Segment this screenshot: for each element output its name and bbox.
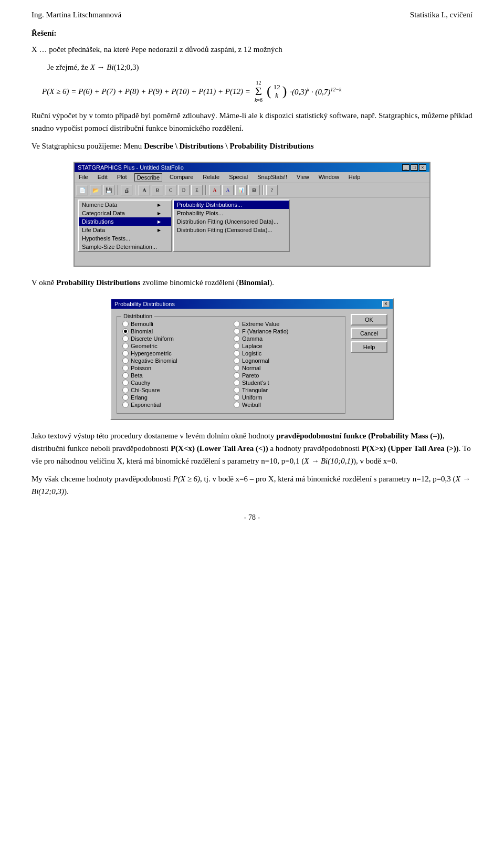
menu-compare[interactable]: Compare	[167, 173, 195, 182]
cancel-button[interactable]: Cancel	[351, 328, 387, 339]
radio-bernoulli[interactable]: Bernoulli	[122, 321, 228, 327]
toolbar-btn-c[interactable]: C	[165, 185, 176, 195]
menu-snapstats[interactable]: SnapStats!!	[255, 173, 289, 182]
menu-categorical-data[interactable]: Categorical Data▶	[79, 209, 171, 217]
toolbar-save[interactable]: 💾	[103, 185, 114, 195]
radio-uniform[interactable]: Uniform	[234, 394, 340, 401]
radio-negative-binomial[interactable]: Negative Binomial	[122, 358, 228, 364]
page-header: Ing. Martina Litschmannová Statistika I.…	[32, 11, 472, 19]
dialog-body: Distribution Bernoulli Extreme Value	[111, 309, 393, 419]
toolbar-open[interactable]: 📂	[90, 185, 101, 195]
course-title: Statistika I., cvičení	[410, 11, 472, 19]
radio-extreme-value-label: Extreme Value	[242, 321, 279, 327]
menu-probability-distributions[interactable]: Probability Distributions...	[174, 201, 289, 209]
radio-weibull[interactable]: Weibull	[234, 402, 340, 408]
toolbar-btn-e[interactable]: E	[191, 185, 203, 195]
toolbar-btn-b[interactable]: B	[152, 185, 163, 195]
menu-numeric-data[interactable]: Numeric Data▶	[79, 201, 171, 209]
menu-relate[interactable]: Relate	[201, 173, 222, 182]
author-name: Ing. Martina Litschmannová	[32, 11, 121, 19]
dialog-close-button[interactable]: ×	[382, 301, 390, 307]
toolbar-sep-1	[117, 185, 118, 195]
toolbar-btn-h[interactable]: ?	[266, 185, 278, 195]
radio-erlang[interactable]: Erlang	[122, 394, 228, 401]
radio-pareto-circle	[234, 372, 240, 379]
section-title: Řešení:	[32, 29, 472, 38]
toolbar-btn-table[interactable]: ⊞	[248, 185, 260, 195]
radio-students-t-label: Student's t	[242, 380, 269, 386]
radio-pareto-label: Pareto	[242, 372, 259, 379]
toolbar-btn-g[interactable]: A	[222, 185, 234, 195]
groupbox-legend: Distribution	[121, 313, 154, 319]
radio-laplace[interactable]: Laplace	[234, 343, 340, 349]
radio-weibull-label: Weibull	[242, 402, 261, 408]
radio-triangular[interactable]: Triangular	[234, 387, 340, 393]
toolbar: 📄 📂 💾 🖨 A B C D E A A 📊 ⊞ ?	[75, 183, 429, 197]
dialog-left-panel: Distribution Bernoulli Extreme Value	[117, 314, 345, 414]
radio-normal[interactable]: Normal	[234, 365, 340, 371]
toolbar-print[interactable]: 🖨	[121, 185, 132, 195]
menu-plot[interactable]: Plot	[115, 173, 129, 182]
radio-logistic[interactable]: Logistic	[234, 350, 340, 356]
radio-cauchy-circle	[122, 380, 129, 386]
menu-help[interactable]: Help	[346, 173, 363, 182]
maximize-button[interactable]: □	[411, 164, 418, 171]
menu-hypothesis-tests[interactable]: Hypothesis Tests...	[79, 234, 171, 243]
menu-special[interactable]: Special	[227, 173, 250, 182]
radio-pareto[interactable]: Pareto	[234, 372, 340, 379]
paragraph-4: Ve Statgraphicsu použijeme: Menu Describ…	[32, 140, 472, 152]
menu-life-data[interactable]: Life Data▶	[79, 226, 171, 234]
radio-cauchy[interactable]: Cauchy	[122, 380, 228, 386]
toolbar-btn-d[interactable]: D	[178, 185, 190, 195]
toolbar-btn-chart[interactable]: 📊	[235, 185, 247, 195]
ok-button[interactable]: OK	[351, 314, 387, 326]
describe-dropdown: Numeric Data▶ Categorical Data▶ Distribu…	[78, 200, 172, 252]
window-controls: _ □ ×	[402, 164, 426, 171]
radio-chi-square-label: Chi-Square	[131, 387, 160, 393]
radio-extreme-value[interactable]: Extreme Value	[234, 321, 340, 327]
radio-exponential[interactable]: Exponential	[122, 402, 228, 408]
radio-lognormal-circle	[234, 358, 240, 364]
toolbar-sep-2	[135, 185, 136, 195]
radio-discrete-uniform[interactable]: Discrete Uniform	[122, 335, 228, 342]
radio-chi-square[interactable]: Chi-Square	[122, 387, 228, 393]
minimize-button[interactable]: _	[402, 164, 410, 171]
menu-dist-fitting-censored[interactable]: Distribution Fitting (Censored Data)...	[174, 226, 289, 234]
radio-gamma[interactable]: Gamma	[234, 335, 340, 342]
toolbar-btn-a[interactable]: A	[139, 185, 150, 195]
radio-erlang-circle	[122, 394, 129, 401]
radio-erlang-label: Erlang	[131, 394, 148, 401]
menu-bar: File Edit Plot Describe Compare Relate S…	[75, 172, 429, 183]
help-button[interactable]: Help	[351, 341, 387, 353]
menu-describe[interactable]: Describe	[134, 173, 162, 182]
radio-geometric[interactable]: Geometric	[122, 343, 228, 349]
menu-dist-fitting-uncensored[interactable]: Distribution Fitting (Uncensored Data)..…	[174, 217, 289, 226]
menu-view[interactable]: View	[295, 173, 311, 182]
radio-binomial[interactable]: Binomial	[122, 328, 228, 334]
radio-discrete-uniform-label: Discrete Uniform	[131, 335, 174, 342]
radio-lognormal[interactable]: Lognormal	[234, 358, 340, 364]
menu-probability-plots[interactable]: Probability Plots...	[174, 209, 289, 217]
menu-distributions[interactable]: Distributions▶	[79, 217, 171, 226]
radio-discrete-uniform-circle	[122, 335, 129, 342]
paragraph-3: Ruční výpočet by v tomto případě byl pom…	[32, 109, 472, 134]
radio-geometric-label: Geometric	[131, 343, 158, 349]
menu-file[interactable]: File	[77, 173, 90, 182]
radio-beta[interactable]: Beta	[122, 372, 228, 379]
menu-edit[interactable]: Edit	[96, 173, 110, 182]
menu-sample-size[interactable]: Sample-Size Determination...	[79, 243, 171, 251]
menu-window[interactable]: Window	[317, 173, 341, 182]
radio-f-ratio[interactable]: F (Variance Ratio)	[234, 328, 340, 334]
close-button[interactable]: ×	[419, 164, 426, 171]
radio-chi-square-circle	[122, 387, 129, 393]
toolbar-new[interactable]: 📄	[77, 185, 88, 195]
toolbar-btn-f[interactable]: A	[209, 185, 220, 195]
radio-hypergeometric[interactable]: Hypergeometric	[122, 350, 228, 356]
radio-students-t[interactable]: Student's t	[234, 380, 340, 386]
radio-uniform-circle	[234, 394, 240, 401]
paragraph-2-math: Je zřejmé, že X → Bi(12;0,3)	[47, 61, 472, 74]
radio-cauchy-label: Cauchy	[131, 380, 150, 386]
radio-laplace-label: Laplace	[242, 343, 262, 349]
radio-poisson[interactable]: Poisson	[122, 365, 228, 371]
radio-triangular-circle	[234, 387, 240, 393]
